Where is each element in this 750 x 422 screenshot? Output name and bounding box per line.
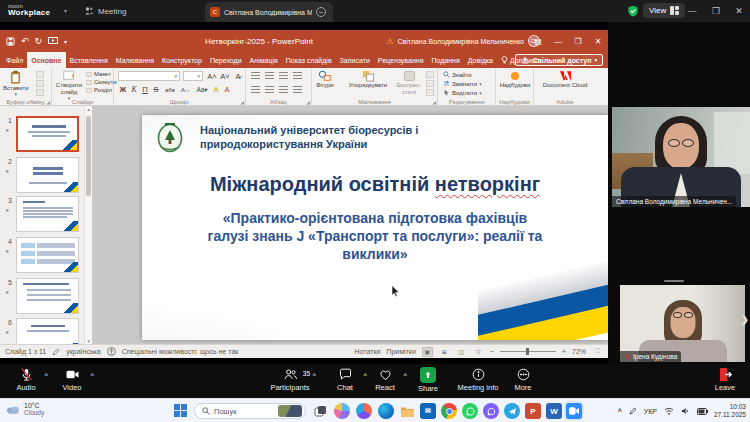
window-maximize-button[interactable]: ❐ xyxy=(706,0,726,22)
zoom-out-icon[interactable]: − xyxy=(490,348,494,355)
ppt-restore-button[interactable]: ❐ xyxy=(568,30,588,52)
shape-fill-icon[interactable] xyxy=(426,71,434,78)
italic-button[interactable]: К xyxy=(129,85,139,94)
tray-chevron-up-icon[interactable]: ^ xyxy=(618,408,622,415)
select-button[interactable]: Виділити▾ xyxy=(443,89,482,96)
section-button[interactable]: Розділ xyxy=(86,87,117,93)
quick-styles-button[interactable]: Експрес-стилі xyxy=(392,70,426,96)
shape-outline-icon[interactable] xyxy=(426,80,434,87)
accessibility-icon[interactable] xyxy=(107,347,116,356)
window-minimize-button[interactable]: — xyxy=(682,0,702,22)
wifi-icon[interactable] xyxy=(664,407,674,415)
tab-record[interactable]: Записати xyxy=(336,52,374,68)
paste-button[interactable]: Вставити ▾ xyxy=(3,70,29,98)
panel-drag-handle[interactable] xyxy=(664,280,684,282)
tab-help[interactable]: Довідка xyxy=(464,52,497,68)
adobe-document-cloud-button[interactable]: Document Cloud xyxy=(542,70,588,89)
edge-icon[interactable] xyxy=(378,403,394,419)
thumbnail-slot-5[interactable]: 5 ★ xyxy=(3,278,89,316)
tab-meeting[interactable]: Meeting xyxy=(84,0,126,22)
keyboard-language[interactable]: УКР xyxy=(644,408,657,415)
tab-review[interactable]: Рецензування xyxy=(374,52,428,68)
taskbar-weather-widget[interactable]: 10°CCloudy xyxy=(6,402,44,416)
tab-home[interactable]: Основне xyxy=(27,52,65,68)
language-status[interactable]: українська xyxy=(66,348,100,355)
clear-format-icon[interactable]: A̷ xyxy=(233,72,243,81)
reading-view-icon[interactable]: ◫ xyxy=(456,347,467,357)
dialog-launcher-icon[interactable]: ◢ xyxy=(240,99,244,105)
tab-draw[interactable]: Малювання xyxy=(112,52,158,68)
tab-slideshow[interactable]: Показ слайдів xyxy=(282,52,336,68)
pen-icon[interactable] xyxy=(629,407,637,415)
thumbnail-slot-4[interactable]: 4 ★ xyxy=(3,237,89,275)
align-right-icon[interactable] xyxy=(279,86,288,93)
search-highlight-image[interactable] xyxy=(278,405,302,417)
bullets-icon[interactable] xyxy=(251,72,260,79)
react-button[interactable]: React ^ xyxy=(361,367,409,397)
active-meeting-tab[interactable]: С Світлана Володимирівна Мель – xyxy=(205,2,333,22)
bold-button[interactable]: Ж xyxy=(118,85,128,94)
ppt-account[interactable]: ⚠ Світлана Володимирівна Мельниченко СВ xyxy=(386,30,540,52)
chevron-down-icon[interactable]: ▾ xyxy=(64,7,67,14)
slide-thumbnail[interactable] xyxy=(16,278,79,314)
font-name-select[interactable]: ▾ xyxy=(118,71,180,81)
start-button[interactable] xyxy=(174,404,187,417)
ppt-close-button[interactable]: ✕ xyxy=(588,30,608,52)
accessibility-status[interactable]: Спеціальні можливості: щось не так xyxy=(122,348,239,355)
strikethrough-button[interactable]: S xyxy=(151,85,161,94)
thumbnail-slot-2[interactable]: 2 ★ xyxy=(3,157,89,195)
scrollbar-thumb[interactable] xyxy=(86,116,91,196)
copy-icon[interactable] xyxy=(36,80,44,87)
battery-icon[interactable] xyxy=(697,408,708,415)
task-view-icon[interactable] xyxy=(312,403,328,419)
tab-animations[interactable]: Анімація xyxy=(246,52,282,68)
tab-more-icon[interactable]: – xyxy=(316,7,326,17)
undo-icon[interactable]: ↶ xyxy=(21,36,29,46)
thumbnail-slot-1[interactable]: 1 ★ xyxy=(3,116,89,154)
text-shadow-button[interactable]: абв xyxy=(162,87,178,93)
format-painter-icon[interactable] xyxy=(36,89,44,96)
thumbnail-slot-3[interactable]: 3 ★ xyxy=(3,196,89,234)
layout-button[interactable]: Макет xyxy=(86,71,117,77)
thumbnail-scrollbar[interactable]: ▴▾ xyxy=(84,106,92,344)
normal-view-icon[interactable]: ▣ xyxy=(422,347,433,357)
participant-video-1[interactable]: Світлана Володимирівна Мельничен... xyxy=(612,107,750,207)
dialog-launcher-icon[interactable]: ◢ xyxy=(46,99,50,105)
copilot-icon[interactable] xyxy=(334,403,350,419)
expand-videos-chevron-icon[interactable]: ❯ xyxy=(741,314,749,325)
slide-thumbnail[interactable] xyxy=(16,318,79,344)
powerpoint-icon[interactable]: P xyxy=(525,403,541,419)
security-shield-icon[interactable] xyxy=(627,5,639,17)
zoom-in-icon[interactable]: + xyxy=(562,348,566,355)
align-center-icon[interactable] xyxy=(265,86,274,93)
indent-decrease-icon[interactable] xyxy=(279,72,288,79)
zoom-slider[interactable] xyxy=(500,351,556,352)
taskbar-search[interactable]: Пошук xyxy=(194,403,306,419)
slide-thumbnail-selected[interactable] xyxy=(16,116,79,152)
participant-video-2[interactable]: Ірена Кудінова xyxy=(620,285,745,362)
zoom-workplace-logo[interactable]: zoom Workplace xyxy=(8,3,50,17)
zoom-icon[interactable] xyxy=(566,403,582,419)
indent-increase-icon[interactable] xyxy=(293,72,302,79)
zoom-slider-thumb[interactable] xyxy=(526,348,529,355)
tab-view[interactable]: Подання xyxy=(427,52,463,68)
find-button[interactable]: Знайти xyxy=(443,71,482,78)
font-size-select[interactable]: ▾ xyxy=(183,71,203,81)
shrink-font-icon[interactable]: A˅ xyxy=(220,72,230,81)
shape-effects-icon[interactable] xyxy=(426,89,434,96)
new-slide-button[interactable]: Створити слайд ▾ xyxy=(54,70,84,102)
start-slideshow-icon[interactable] xyxy=(48,37,58,45)
video-button[interactable]: Video ^ xyxy=(48,367,96,397)
current-slide[interactable]: Національний університет біоресурсів і п… xyxy=(142,115,608,340)
chrome-icon[interactable] xyxy=(441,403,457,419)
tab-design[interactable]: Конструктор xyxy=(158,52,206,68)
slide-thumbnail[interactable] xyxy=(16,237,79,273)
chevron-up-icon[interactable]: ^ xyxy=(90,372,94,378)
taskbar-clock[interactable]: 10:03 27.11.2025 xyxy=(714,403,746,419)
grow-font-icon[interactable]: A˄ xyxy=(207,72,217,81)
align-left-icon[interactable] xyxy=(251,86,260,93)
replace-button[interactable]: Замінити▾ xyxy=(443,80,482,87)
ribbon-display-options-icon[interactable]: ▤ xyxy=(528,30,548,52)
reset-button[interactable]: Скинути xyxy=(86,79,117,85)
window-close-button[interactable]: ✕ xyxy=(729,0,749,22)
